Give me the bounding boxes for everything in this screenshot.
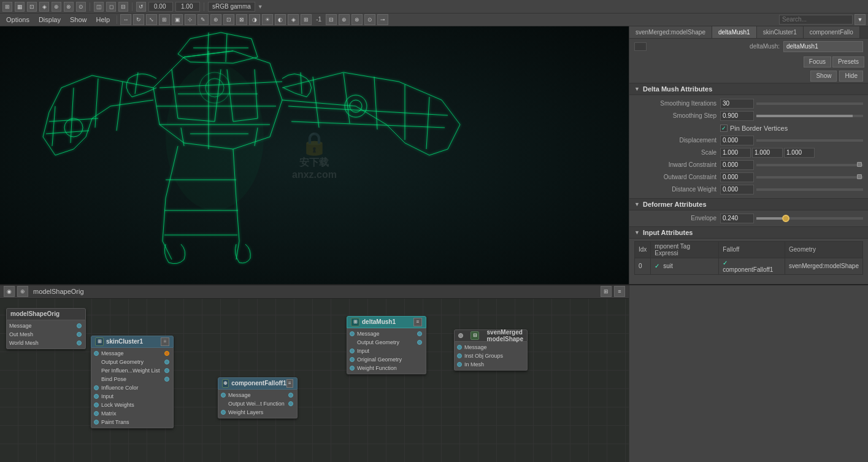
node-cf-body: Message Output Wei...t Function Weight L… (218, 390, 298, 418)
svenmerged-icon: ⊟ (470, 331, 479, 340)
toolbar-icon-8[interactable]: ◫ (94, 2, 104, 12)
node-svenmerged[interactable]: ⊟ svenMergedmodelShape Message Inst Obj … (454, 329, 528, 371)
toolbar2-rotate[interactable]: ↻ (133, 14, 144, 25)
port-dot-message (77, 323, 82, 328)
field-scale-y[interactable] (752, 148, 783, 158)
menu-options[interactable]: Options (2, 16, 33, 23)
node-name-field[interactable] (783, 41, 863, 52)
menu-help[interactable]: Help (93, 16, 114, 23)
tab-componentfalloff[interactable]: componentFallo (804, 26, 860, 38)
svg-point-6 (166, 63, 264, 210)
node-graph[interactable]: ◉ ⊕ modelShapeOrig ⊞ ≡ (0, 285, 629, 462)
toolbar-icon-7[interactable]: ⊙ (76, 2, 86, 12)
ng-icon-3[interactable]: ⊞ (601, 286, 612, 297)
node-componentfalloff1[interactable]: ⊕ componentFalloff1 ≡ Message Output Wei… (218, 377, 298, 418)
slider-dist-weight[interactable] (756, 188, 863, 191)
search-input[interactable] (779, 15, 853, 25)
toolbar2-extra1[interactable]: ⊕ (339, 14, 350, 25)
toolbar2-minus[interactable]: -1 (313, 16, 324, 23)
slider-displacement[interactable] (756, 139, 863, 142)
slider-smoothing-iter[interactable] (756, 102, 863, 105)
slider-outward[interactable] (756, 176, 863, 179)
ng-icon-2[interactable]: ⊕ (17, 286, 28, 297)
slider-envelope-track[interactable] (756, 217, 863, 220)
node-modelshapeorig[interactable]: modelShapeOrig Message Out Mesh World Me… (6, 308, 86, 349)
field-displacement[interactable] (720, 136, 754, 145)
tab-deltamush[interactable]: deltaMush1 (712, 26, 757, 38)
toolbar2-grid[interactable]: ⊞ (301, 14, 312, 25)
ng-icon-1[interactable]: ◉ (4, 286, 15, 297)
section-deformer[interactable]: ▼ Deformer Attributes (629, 198, 868, 210)
toolbar-icon-4[interactable]: ◈ (39, 2, 49, 12)
toolbar2-sym[interactable]: ⊟ (326, 14, 337, 25)
toolbar2-paint[interactable]: ✎ (198, 14, 209, 25)
toolbar-icon-6[interactable]: ⊗ (64, 2, 74, 12)
toolbar2-extra2[interactable]: ⊗ (351, 14, 363, 25)
checkbox-pin-border[interactable]: ✓ (720, 125, 728, 132)
toolbar2-shaded[interactable]: ◑ (249, 14, 260, 25)
field-envelope[interactable] (720, 214, 754, 223)
toolbar-icon-10[interactable]: ⊟ (118, 2, 128, 12)
toolbar-icon-11[interactable]: ↺ (136, 2, 146, 12)
table-row[interactable]: 0 ✓ suit ✓ componentFalloff1 svenMerged:… (635, 258, 863, 274)
toolbar2-extra3[interactable]: ⊙ (364, 14, 375, 25)
toolbar-icon-2[interactable]: ▦ (15, 2, 25, 12)
slider-envelope-thumb[interactable] (782, 215, 789, 222)
cf-icon: ⊕ (222, 379, 229, 388)
cell-falloff: componentFalloff1 (723, 266, 773, 273)
viewport[interactable]: 🔒 安下载anxz.com (0, 26, 629, 284)
toolbar2-snap[interactable]: ⊞ (159, 14, 170, 25)
field-smoothing-step[interactable] (720, 111, 754, 121)
toolbar-icon-3[interactable]: ⊡ (27, 2, 37, 12)
ng-icon-4[interactable]: ≡ (614, 286, 625, 297)
cf-expand[interactable]: ≡ (286, 379, 293, 388)
toolbar2-camera[interactable]: ⊡ (223, 14, 234, 25)
node-deltamush1[interactable]: ⊞ deltaMush1 ≡ Message Output Geometry (347, 316, 426, 374)
tab-skincluster[interactable]: skinCluster1 (757, 26, 804, 38)
menu-show[interactable]: Show (66, 16, 91, 23)
hide-button[interactable]: Hide (839, 71, 863, 82)
toolbar2-aa[interactable]: ◈ (288, 14, 299, 25)
node-skincluster1[interactable]: ⊞ skinCluster1 ≡ Message Output Geometry (91, 336, 174, 428)
toolbar-icon-5[interactable]: ⊕ (52, 2, 61, 12)
search-dropdown[interactable]: ▼ (855, 14, 866, 25)
toolbar2-wireframe[interactable]: ⊠ (236, 14, 247, 25)
node-graph-canvas[interactable]: modelShapeOrig Message Out Mesh World Me… (0, 299, 629, 462)
toolbar2-lights[interactable]: ☀ (262, 14, 273, 25)
port-sk-input: Input (91, 392, 173, 401)
section-deltamush[interactable]: ▼ Delta Mush Attributes (629, 83, 868, 95)
field-scale-z[interactable] (784, 148, 815, 158)
tab-svenmerged[interactable]: svenMerged:modelShape (629, 26, 712, 38)
toolbar2-magnet[interactable]: ⊛ (210, 14, 221, 25)
skincluster-expand[interactable]: ≡ (161, 337, 169, 346)
presets-button[interactable]: Presets (832, 56, 864, 67)
port-sk-bindpose: Bind Pose (91, 375, 173, 383)
toolbar2-move[interactable]: ↔ (120, 14, 131, 25)
toolbar2-select[interactable]: ▣ (172, 14, 183, 25)
toolbar2-snap2[interactable]: ⊸ (377, 14, 388, 25)
field-scale-x[interactable] (720, 148, 751, 158)
show-button[interactable]: Show (810, 71, 837, 82)
toolbar2-shadows[interactable]: ◐ (275, 14, 286, 25)
toolbar-icon-1[interactable]: ⊞ (2, 2, 12, 12)
color-space[interactable]: sRGB gamma (208, 2, 255, 12)
label-dist-weight: Distance Weight (634, 186, 720, 193)
attr-smoothing-step: Smoothing Step (629, 110, 868, 122)
field-inward[interactable] (720, 160, 754, 170)
port-in-paint (94, 420, 99, 425)
port-dot-outmesh (77, 332, 82, 337)
focus-button[interactable]: Focus (804, 56, 831, 67)
toolbar-icon-9[interactable]: ◻ (106, 2, 116, 12)
field-dist-weight[interactable] (720, 185, 754, 194)
node-modelshapeorig-body: Message Out Mesh World Mesh (6, 320, 86, 349)
slider-smoothing-step[interactable] (756, 115, 863, 117)
slider-inward[interactable] (756, 164, 863, 166)
toolbar2-lasso[interactable]: ⊹ (185, 14, 196, 25)
field-smoothing-iter[interactable] (720, 99, 754, 109)
section-input-attrs[interactable]: ▼ Input Attributes (629, 226, 868, 239)
toolbar2-scale[interactable]: ⤡ (146, 14, 157, 25)
menu-display[interactable]: Display (35, 16, 64, 23)
field-outward[interactable] (720, 172, 754, 182)
cell-tag: suit (663, 263, 673, 269)
dm-expand[interactable]: ≡ (413, 318, 422, 326)
